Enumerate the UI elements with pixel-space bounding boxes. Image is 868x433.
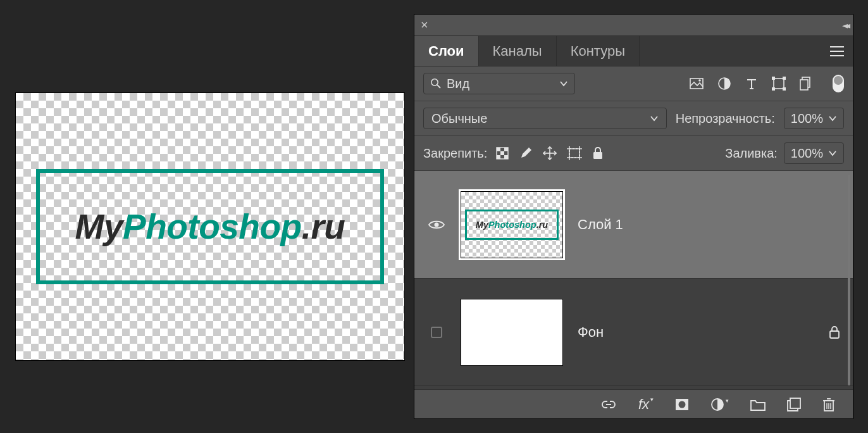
- filter-smart-icon[interactable]: [800, 77, 812, 91]
- blend-mode-label: Обычные: [431, 111, 487, 126]
- blend-mode-select[interactable]: Обычные: [423, 108, 667, 129]
- filter-icons: [690, 75, 844, 92]
- opacity-input[interactable]: 100%: [784, 108, 844, 129]
- logo-frame: MyPhotoshop.ru: [36, 169, 384, 284]
- lock-pixels-icon[interactable]: [519, 146, 533, 160]
- visibility-eye-icon[interactable]: [428, 219, 445, 230]
- svg-rect-8: [774, 78, 784, 89]
- trash-icon[interactable]: [822, 398, 835, 411]
- lock-all-icon[interactable]: [592, 147, 604, 160]
- logo-text-photoshop: Photoshop: [123, 206, 302, 247]
- fill-label: Заливка:: [725, 146, 778, 161]
- panel-footer: fx▾ ▾: [414, 389, 853, 418]
- lock-icons: [496, 146, 604, 160]
- layer-thumbnail[interactable]: MyPhotoshop.ru: [461, 192, 562, 258]
- svg-point-6: [698, 79, 701, 82]
- adjustment-layer-icon[interactable]: ▾: [710, 398, 729, 411]
- layers-panel: × ◂◂ Слои Каналы Контуры Вид: [414, 14, 853, 419]
- opacity-value: 100%: [791, 111, 823, 126]
- svg-line-4: [437, 85, 440, 88]
- opacity-label: Непрозрачность:: [676, 111, 775, 126]
- layers-list: MyPhotoshop.ru Слой 1 Фон: [414, 171, 853, 389]
- chevron-down-icon: [650, 115, 659, 122]
- link-icon[interactable]: [600, 399, 617, 410]
- svg-rect-20: [504, 155, 508, 159]
- mini-logo-photoshop: Photoshop: [488, 220, 536, 230]
- tab-paths[interactable]: Контуры: [557, 36, 640, 66]
- visibility-off-icon[interactable]: [431, 327, 442, 338]
- new-layer-icon[interactable]: [787, 398, 801, 411]
- svg-rect-9: [772, 77, 775, 80]
- svg-rect-17: [504, 147, 508, 151]
- layer-name[interactable]: Фон: [578, 324, 604, 341]
- filter-pixel-icon[interactable]: [690, 77, 704, 90]
- lock-row: Закрепить: Заливка: 100%: [414, 136, 853, 171]
- mask-icon[interactable]: [675, 398, 689, 411]
- filter-toggle[interactable]: [833, 75, 844, 92]
- filter-text-icon[interactable]: [745, 77, 758, 90]
- svg-rect-30: [830, 331, 839, 338]
- layer-item-background[interactable]: Фон: [414, 279, 853, 386]
- layer-search[interactable]: Вид: [423, 73, 575, 94]
- chevron-down-icon: [559, 80, 568, 87]
- mini-logo-ru: .ru: [536, 220, 549, 230]
- document-canvas[interactable]: MyPhotoshop.ru: [16, 93, 404, 360]
- svg-point-3: [431, 79, 438, 85]
- panel-titlebar: × ◂◂: [414, 15, 853, 36]
- fill-input[interactable]: 100%: [784, 142, 844, 164]
- svg-rect-12: [783, 87, 786, 91]
- lock-transparency-icon[interactable]: [496, 147, 509, 160]
- lock-artboard-icon[interactable]: [567, 146, 582, 160]
- chevron-down-icon: [828, 115, 837, 122]
- svg-rect-28: [593, 152, 602, 159]
- svg-rect-19: [497, 155, 500, 159]
- mini-logo-my: My: [476, 220, 488, 230]
- layer-item-1[interactable]: MyPhotoshop.ru Слой 1: [414, 171, 853, 279]
- panel-tabs: Слои Каналы Контуры: [414, 36, 853, 66]
- fx-icon[interactable]: fx▾: [638, 396, 654, 413]
- layer-search-label: Вид: [447, 77, 469, 91]
- svg-rect-14: [800, 80, 808, 90]
- logo-text-ru: .ru: [302, 206, 345, 247]
- scrollbar[interactable]: [848, 175, 850, 386]
- tab-layers-label: Слои: [428, 43, 464, 60]
- svg-rect-16: [497, 147, 500, 151]
- collapse-icon[interactable]: ◂◂: [842, 20, 847, 30]
- svg-rect-18: [500, 151, 504, 155]
- tab-channels-label: Каналы: [493, 43, 542, 60]
- group-icon[interactable]: [750, 398, 766, 411]
- chevron-down-icon: [828, 150, 837, 156]
- svg-rect-34: [790, 398, 800, 408]
- svg-point-29: [435, 222, 439, 227]
- tab-channels[interactable]: Каналы: [479, 36, 557, 66]
- filter-adjustment-icon[interactable]: [717, 77, 731, 91]
- lock-label: Закрепить:: [423, 146, 487, 161]
- svg-rect-11: [772, 87, 775, 91]
- blend-row: Обычные Непрозрачность: 100%: [414, 101, 853, 136]
- layer-thumbnail[interactable]: [461, 299, 562, 365]
- svg-rect-10: [783, 77, 786, 80]
- search-icon: [430, 78, 442, 89]
- svg-point-32: [679, 401, 686, 408]
- fill-value: 100%: [791, 146, 823, 161]
- layer-lock-icon[interactable]: [829, 326, 840, 339]
- tab-paths-label: Контуры: [571, 43, 625, 60]
- tab-layers[interactable]: Слои: [414, 36, 479, 66]
- lock-position-icon[interactable]: [543, 146, 557, 160]
- layer-name[interactable]: Слой 1: [578, 216, 623, 233]
- svg-rect-23: [569, 149, 580, 158]
- layer-filter-row: Вид: [414, 66, 853, 101]
- panel-menu-icon[interactable]: [830, 46, 844, 57]
- logo-text-my: My: [75, 206, 123, 247]
- close-icon[interactable]: ×: [421, 18, 428, 32]
- filter-shape-icon[interactable]: [772, 77, 786, 91]
